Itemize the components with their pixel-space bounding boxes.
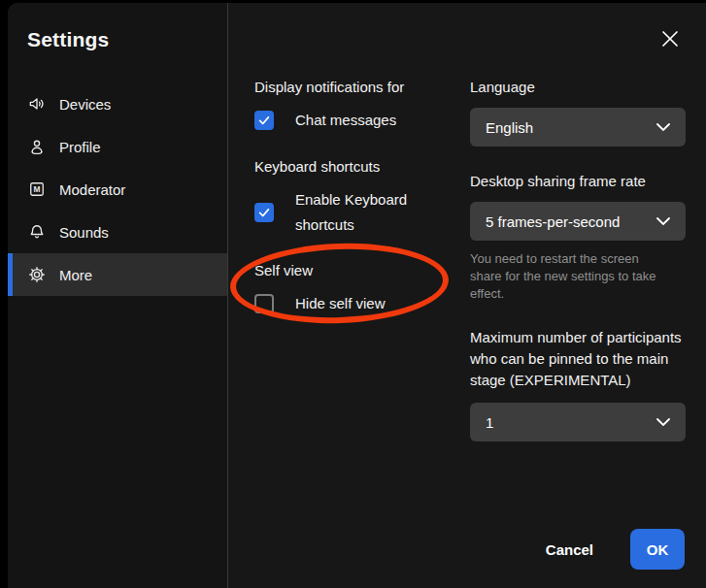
close-icon[interactable] (659, 29, 681, 50)
sidebar-item-label: Devices (59, 96, 111, 113)
frame-rate-hint: You need to restart the screen share for… (470, 250, 672, 303)
sidebar-item-sounds[interactable]: Sounds (8, 211, 227, 253)
notifications-heading: Display notifications for (254, 78, 456, 96)
max-pinned-heading: Maximum number of participants who can b… (470, 327, 686, 391)
frame-rate-heading: Desktop sharing frame rate (470, 172, 686, 190)
self-view-heading: Self view (254, 261, 456, 279)
sidebar-item-label: Moderator (59, 181, 125, 198)
checkmark-icon (257, 206, 271, 219)
sidebar-item-profile[interactable]: Profile (8, 125, 227, 168)
frame-rate-select[interactable]: 5 frames-per-second (470, 202, 686, 241)
sidebar-item-more[interactable]: More (8, 253, 227, 296)
dialog-footer: Cancel OK (546, 529, 685, 570)
bell-icon (27, 222, 47, 242)
gear-icon (27, 265, 47, 284)
sidebar-item-label: Sounds (59, 224, 109, 241)
sidebar-item-label: More (59, 267, 92, 283)
language-select[interactable]: English (470, 108, 686, 147)
sidebar-item-devices[interactable]: Devices (8, 82, 227, 125)
dialog-title: Settings (27, 28, 227, 51)
sidebar-nav: Devices Profile M (8, 82, 227, 296)
enable-keyboard-checkbox[interactable] (254, 203, 274, 222)
speaker-icon (27, 94, 47, 114)
language-selected-value: English (486, 119, 533, 136)
language-heading: Language (470, 78, 686, 96)
cancel-button[interactable]: Cancel (546, 541, 593, 558)
chevron-down-icon (656, 418, 670, 426)
person-icon (27, 137, 47, 156)
chat-messages-checkbox[interactable] (254, 111, 274, 130)
enable-keyboard-row: Enable Keyboard shortcuts (254, 187, 456, 238)
settings-dialog: Settings Devices (8, 3, 706, 588)
enable-keyboard-label[interactable]: Enable Keyboard shortcuts (295, 187, 431, 238)
ok-button[interactable]: OK (630, 529, 685, 570)
chat-messages-row: Chat messages (254, 108, 456, 133)
hide-self-view-checkbox[interactable] (254, 294, 274, 313)
checkmark-icon (257, 114, 271, 127)
more-panel-right-column: Language English Desktop sharing frame r… (470, 78, 686, 441)
sidebar-item-moderator[interactable]: M Moderator (8, 168, 227, 211)
max-pinned-select[interactable]: 1 (470, 403, 686, 441)
hide-self-view-row: Hide self view (254, 291, 456, 316)
moderator-m-icon: M (27, 180, 47, 199)
frame-rate-selected-value: 5 frames-per-second (486, 213, 620, 230)
chat-messages-label[interactable]: Chat messages (295, 108, 396, 133)
chevron-down-icon (656, 217, 670, 225)
sidebar-item-label: Profile (59, 139, 101, 155)
more-panel-left-column: Display notifications for Chat messages … (254, 78, 456, 316)
chevron-down-icon (656, 123, 670, 131)
settings-sidebar: Settings Devices (8, 3, 228, 588)
svg-text:M: M (34, 184, 41, 194)
hide-self-view-label[interactable]: Hide self view (295, 291, 386, 316)
keyboard-shortcuts-heading: Keyboard shortcuts (254, 157, 456, 176)
max-pinned-selected-value: 1 (486, 414, 493, 431)
